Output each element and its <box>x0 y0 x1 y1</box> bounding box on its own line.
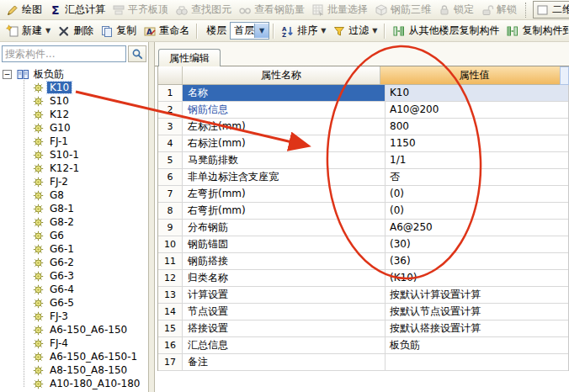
property-name-cell[interactable]: 左弯折(mm) <box>183 186 386 202</box>
property-name-cell[interactable]: 非单边标注含支座宽 <box>183 169 386 185</box>
tree-item-FJ-4[interactable]: FJ-4 <box>0 336 148 350</box>
align-slab-button[interactable]: 平齐板顶 <box>109 1 172 19</box>
find-element-button[interactable]: 查找图元 <box>172 1 235 19</box>
copy-to-floor-button-label: 复制构件到其 <box>522 24 569 38</box>
property-name-cell[interactable]: 钢筋锚固 <box>183 236 386 252</box>
tree-item-G8-1[interactable]: G8-1 <box>0 202 148 215</box>
grid-scrollbar-button[interactable] <box>560 66 569 85</box>
property-name-cell[interactable]: 右标注(mm) <box>183 135 386 151</box>
rebar-gear-icon <box>31 121 45 135</box>
property-name-cell[interactable]: 右弯折(mm) <box>183 203 386 219</box>
tree-item-label: K12-1 <box>47 162 82 174</box>
copy-to-floor-button[interactable]: 复制构件到其 <box>503 22 569 40</box>
property-value-cell[interactable] <box>386 354 568 370</box>
tree-item-G6-5[interactable]: G6-5 <box>0 296 148 310</box>
new-button[interactable]: 新建▼ <box>3 22 54 40</box>
tree-item-G8-2[interactable]: G8-2 <box>0 215 148 229</box>
property-value-cell[interactable]: (36) <box>386 253 568 269</box>
property-name-cell[interactable]: 马凳筋排数 <box>183 152 386 168</box>
tab-property-edit[interactable]: 属性编辑 <box>158 49 221 66</box>
batch-select-button[interactable]: 批量选择 <box>308 1 371 19</box>
property-value-cell[interactable]: 1150 <box>386 135 568 151</box>
tree-item-A6-150_A6-150[interactable]: A6-150_A6-150 <box>0 323 148 336</box>
property-value-cell[interactable]: 按默认节点设置计算 <box>386 304 568 320</box>
square-2d-button[interactable]: 二维 <box>533 1 569 19</box>
copy-from-floor-button[interactable]: 从其他楼层复制构件 <box>389 22 503 40</box>
lock-button[interactable]: 锁定 <box>434 1 477 19</box>
row-number-cell: 13 <box>158 287 183 303</box>
property-name-cell[interactable]: 分布钢筋 <box>183 220 386 236</box>
rename-button[interactable]: A重命名 <box>140 22 193 40</box>
rebar-gear-icon <box>31 323 45 336</box>
chevron-down-icon[interactable]: ▼ <box>254 24 269 38</box>
property-value-cell[interactable]: 800 <box>386 119 568 135</box>
property-value-cell[interactable]: (K10) <box>386 270 568 286</box>
property-row: 14节点设置按默认节点设置计算 <box>158 304 568 320</box>
tree-item-S10-1[interactable]: S10-1 <box>0 148 148 162</box>
tree-item-G8[interactable]: G8 <box>0 188 148 202</box>
property-row: 17备注 <box>158 354 568 371</box>
tree-item-FJ-2[interactable]: FJ-2 <box>0 175 148 188</box>
filter-button[interactable]: 过滤▼ <box>329 22 380 40</box>
property-value-header[interactable]: 属性值 <box>380 66 568 84</box>
tree-item-FJ-3[interactable]: FJ-3 <box>0 310 148 323</box>
property-value-cell[interactable]: (0) <box>386 203 568 219</box>
tree-item-G6-3[interactable]: G6-3 <box>0 269 148 283</box>
property-value-cell[interactable]: 1/1 <box>386 152 568 168</box>
rebar-gear-icon <box>31 188 45 202</box>
property-name-cell[interactable]: 汇总信息 <box>183 337 386 353</box>
search-input[interactable] <box>2 45 126 62</box>
property-name-cell[interactable]: 搭接设置 <box>183 320 386 336</box>
tree-item-A8-150_A8-150[interactable]: A8-150_A8-150 <box>0 363 148 377</box>
tree-item-A6-150_A6-150-1[interactable]: A6-150_A6-150-1 <box>0 350 148 363</box>
rebar-amount-button[interactable]: 查看钢筋量 <box>235 1 308 19</box>
delete-button[interactable]: 删除 <box>54 22 97 40</box>
property-name-cell[interactable]: 钢筋信息 <box>183 102 386 118</box>
panel-splitter[interactable] <box>148 42 155 392</box>
property-value-cell[interactable]: 板负筋 <box>386 337 568 353</box>
tree-item-K10[interactable]: K10 <box>0 81 148 94</box>
property-name-cell[interactable]: 节点设置 <box>183 304 386 320</box>
rebar-gear-icon <box>31 81 45 94</box>
property-value-cell[interactable]: K10 <box>386 85 568 101</box>
property-name-cell[interactable]: 左标注(mm) <box>183 119 386 135</box>
search-button[interactable] <box>128 45 146 62</box>
property-name-cell[interactable]: 备注 <box>183 354 386 370</box>
property-value-cell[interactable]: A10@200 <box>386 102 568 118</box>
property-value-cell[interactable]: 按默认搭接设置计算 <box>386 320 568 336</box>
property-value-cell[interactable]: A6@250 <box>386 220 568 236</box>
filter-icon <box>332 24 346 38</box>
unlock-icon <box>481 3 494 17</box>
tree-item-K12[interactable]: K12 <box>0 108 148 121</box>
unlock-button[interactable]: 解锁 <box>477 1 520 19</box>
tree-root-slab-negative-rebar[interactable]: − 板负筋 <box>0 67 148 81</box>
property-name-cell[interactable]: 归类名称 <box>183 270 386 286</box>
tree-item-G6-2[interactable]: G6-2 <box>0 256 148 269</box>
rebar-gear-icon <box>31 162 45 175</box>
property-name-cell[interactable]: 钢筋搭接 <box>183 253 386 269</box>
rebar-3d-button[interactable]: 钢筋三维 <box>371 1 434 19</box>
sigma-button[interactable]: Σ汇总计算 <box>45 1 109 19</box>
tree-item-K12-1[interactable]: K12-1 <box>0 162 148 175</box>
property-name-header[interactable]: 属性名称 <box>183 66 380 84</box>
collapse-icon[interactable]: − <box>3 70 12 79</box>
tree-item-FJ-1[interactable]: FJ-1 <box>0 135 148 148</box>
sigma-icon: Σ <box>49 3 62 17</box>
tree-item-G6-4[interactable]: G6-4 <box>0 283 148 296</box>
floor-select[interactable]: 首层▼ <box>230 22 269 40</box>
property-value-cell[interactable]: (0) <box>386 186 568 202</box>
property-value-cell[interactable]: (30) <box>386 236 568 252</box>
tree-item-G6[interactable]: G6 <box>0 229 148 242</box>
tree-item-S10[interactable]: S10 <box>0 94 148 108</box>
tree-item-G10[interactable]: G10 <box>0 121 148 135</box>
property-name-cell[interactable]: 名称 <box>183 85 386 101</box>
copy-button[interactable]: 复制 <box>97 22 140 40</box>
sort-button[interactable]: AZ排序▼ <box>278 22 329 40</box>
rebar-gear-icon <box>31 363 45 377</box>
property-value-cell[interactable]: 否 <box>386 169 568 185</box>
draw-button[interactable]: 绘图 <box>3 1 45 19</box>
property-name-cell[interactable]: 计算设置 <box>183 287 386 303</box>
tree-item-G6-1[interactable]: G6-1 <box>0 242 148 256</box>
tree-item-A10-180_A10-180[interactable]: A10-180_A10-180 <box>0 377 148 390</box>
property-value-cell[interactable]: 按默认计算设置计算 <box>386 287 568 303</box>
